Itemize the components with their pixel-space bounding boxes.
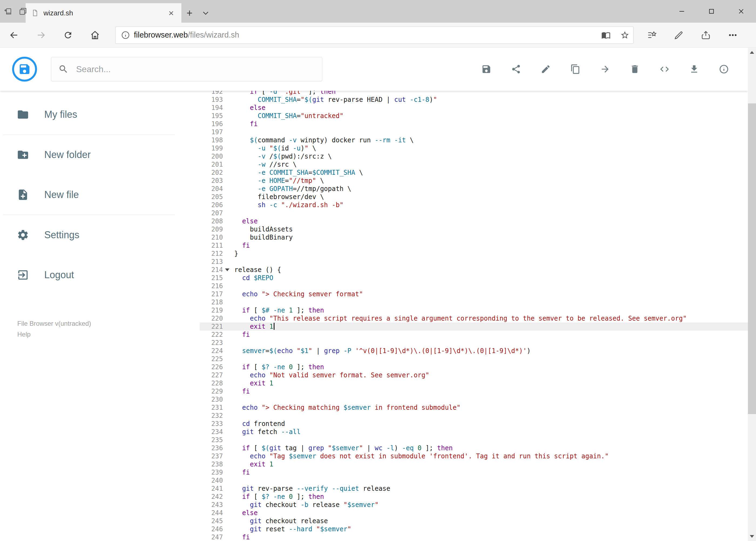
hub-favorites-icon[interactable] — [646, 29, 658, 41]
home-button[interactable] — [90, 30, 101, 41]
code-row[interactable]: 196 fi — [200, 120, 748, 128]
save-button[interactable] — [481, 64, 491, 74]
code-row[interactable]: 217 echo "> Checking semver format" — [200, 290, 748, 298]
code-row[interactable]: 241 git rev-parse --verify --quiet relea… — [200, 485, 748, 493]
code-row[interactable]: 246 git reset --hard "$semver" — [200, 525, 748, 533]
code-row[interactable]: 225 — [200, 355, 748, 363]
set-tabs-aside-icon[interactable] — [4, 7, 12, 15]
code-row[interactable]: 204 -e GOPATH=//tmp/gopath \ — [200, 185, 748, 193]
sidebar-item-logout[interactable]: Logout — [0, 255, 200, 295]
address-bar[interactable]: filebrowser.web/files/wizard.sh — [115, 26, 633, 44]
reading-view-icon[interactable] — [601, 31, 611, 40]
help-link[interactable]: Help — [17, 330, 31, 338]
scroll-up-arrow-icon[interactable] — [748, 48, 756, 57]
download-button[interactable] — [689, 64, 699, 74]
code-row[interactable]: 228 exit 1 — [200, 379, 748, 387]
add-favorite-star-icon[interactable] — [620, 31, 630, 40]
share-file-button[interactable] — [511, 64, 521, 74]
code-row[interactable]: 201 -w //src \ — [200, 161, 748, 169]
code-row[interactable]: 205 filebrowser/dev \ — [200, 193, 748, 201]
code-row[interactable]: 198 $(command -v winpty) docker run --rm… — [200, 136, 748, 144]
maximize-button[interactable] — [697, 0, 726, 23]
back-button[interactable] — [9, 30, 19, 41]
code-row[interactable]: 243 git checkout -b release "$semver" — [200, 501, 748, 509]
info-button[interactable] — [719, 64, 729, 74]
code-row[interactable]: 220 echo "This release script requires a… — [200, 314, 748, 322]
site-info-icon[interactable] — [121, 31, 130, 40]
code-row[interactable]: 200 -v /$(pwd):/src:z \ — [200, 152, 748, 161]
code-row[interactable]: 193 COMMIT_SHA="$(git rev-parse HEAD | c… — [200, 96, 748, 104]
url-text[interactable]: filebrowser.web/files/wizard.sh — [134, 31, 592, 39]
code-row[interactable]: 222 fi — [200, 330, 748, 339]
code-row[interactable]: 238 exit 1 — [200, 460, 748, 468]
code-row[interactable]: 230 — [200, 395, 748, 403]
code-row[interactable]: 235 — [200, 436, 748, 444]
code-row[interactable]: 212} — [200, 250, 748, 258]
search-input[interactable] — [76, 64, 315, 74]
code-row[interactable]: 244 else — [200, 509, 748, 517]
scroll-down-arrow-icon[interactable] — [748, 532, 756, 541]
refresh-button[interactable] — [63, 30, 74, 41]
code-row[interactable]: 236 if [ $(git tag | grep "$semver" | wc… — [200, 444, 748, 452]
code-row[interactable]: 245 git checkout release — [200, 517, 748, 525]
annotate-pen-icon[interactable] — [673, 29, 685, 41]
minimize-button[interactable] — [667, 0, 697, 23]
code-row[interactable]: 239 fi — [200, 468, 748, 476]
code-row[interactable]: 210 buildBinary — [200, 234, 748, 242]
code-row[interactable]: 221 exit 1 — [200, 322, 748, 330]
code-row[interactable]: 240 — [200, 476, 748, 485]
code-row[interactable]: 229 fi — [200, 387, 748, 395]
code-editor[interactable]: 192 if [ -d ".git" ]; then193 COMMIT_SHA… — [200, 91, 748, 541]
code-row[interactable]: 223 — [200, 339, 748, 347]
code-row[interactable]: 237 echo "Tag $semver does not exist in … — [200, 452, 748, 460]
code-row[interactable]: 232 — [200, 412, 748, 420]
sidebar-item-settings[interactable]: Settings — [0, 215, 200, 255]
code-row[interactable]: 211 fi — [200, 242, 748, 250]
code-row[interactable]: 214release () { — [200, 266, 748, 274]
code-row[interactable]: 207 — [200, 209, 748, 217]
code-row[interactable]: 224 semver=$(echo "$1" | grep -P '^v(0|[… — [200, 347, 748, 355]
filebrowser-logo-icon[interactable] — [12, 57, 37, 82]
code-row[interactable]: 203 -e HOME="//tmp" \ — [200, 177, 748, 185]
code-row[interactable]: 215 cd $REPO — [200, 274, 748, 282]
page-scrollbar[interactable] — [748, 48, 756, 541]
sidebar-item-my-files[interactable]: My files — [0, 95, 200, 135]
code-row[interactable]: 216 — [200, 282, 748, 290]
code-row[interactable]: 234 git fetch --all — [200, 428, 748, 436]
code-row[interactable]: 206 sh -c "./wizard.sh -b" — [200, 201, 748, 209]
code-row[interactable]: 213 — [200, 258, 748, 266]
tab-preview-chevron-icon[interactable] — [197, 3, 214, 23]
code-row[interactable]: 209 buildAssets — [200, 225, 748, 234]
delete-button[interactable] — [630, 64, 640, 74]
code-row[interactable]: 208 else — [200, 217, 748, 225]
code-row[interactable]: 195 COMMIT_SHA="untracked" — [200, 112, 748, 120]
code-row[interactable]: 199 -u "$(id -u)" \ — [200, 144, 748, 152]
new-tab-button[interactable]: + — [181, 3, 197, 23]
code-row[interactable]: 194 else — [200, 104, 748, 112]
tab-wizard-sh[interactable]: wizard.sh × — [26, 3, 181, 23]
tab-close-icon[interactable]: × — [167, 8, 175, 18]
code-row[interactable]: 231 echo "> Checking matching $semver in… — [200, 403, 748, 412]
fold-arrow-icon[interactable] — [225, 269, 229, 271]
share-icon[interactable] — [700, 29, 712, 41]
move-button[interactable] — [600, 64, 610, 74]
forward-button[interactable] — [36, 30, 46, 41]
sidebar-item-new-folder[interactable]: New folder — [0, 135, 200, 175]
tabs-set-aside-icon[interactable] — [19, 7, 27, 15]
search-bar[interactable] — [51, 57, 322, 81]
code-row[interactable]: 197 — [200, 128, 748, 136]
code-row[interactable]: 202 -e COMMIT_SHA=$COMMIT_SHA \ — [200, 169, 748, 177]
code-row[interactable]: 226 if [ $? -ne 0 ]; then — [200, 363, 748, 371]
raw-code-button[interactable] — [659, 64, 670, 74]
code-row[interactable]: 218 — [200, 298, 748, 306]
rename-button[interactable] — [541, 64, 551, 74]
sidebar-item-new-file[interactable]: New file — [0, 175, 200, 215]
close-window-button[interactable] — [726, 0, 756, 23]
code-row[interactable]: 233 cd frontend — [200, 420, 748, 428]
copy-button[interactable] — [570, 64, 581, 74]
more-options-icon[interactable] — [727, 29, 739, 41]
code-row[interactable]: 227 echo "Not valid semver format. See s… — [200, 371, 748, 379]
code-row[interactable]: 247 fi — [200, 533, 748, 541]
code-row[interactable]: 242 if [ $? -ne 0 ]; then — [200, 493, 748, 501]
code-row[interactable]: 192 if [ -d ".git" ]; then — [200, 91, 748, 96]
